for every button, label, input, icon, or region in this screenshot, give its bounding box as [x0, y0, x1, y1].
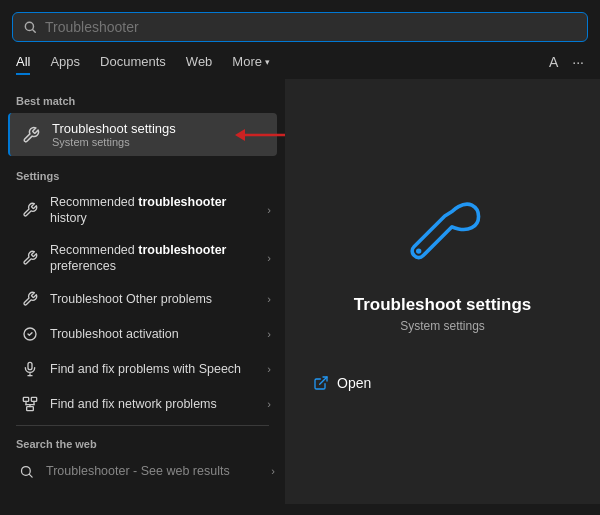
more-options-icon[interactable]: ···	[572, 54, 584, 70]
panel-title: Troubleshoot settings	[354, 295, 532, 315]
settings-section-label: Settings	[0, 162, 285, 186]
web-search-text: Troubleshooter - See web results	[46, 464, 261, 478]
search-icon	[23, 20, 37, 34]
settings-item-speech[interactable]: Find and fix problems with Speech ›	[4, 352, 281, 386]
search-input[interactable]: Troubleshooter	[45, 19, 577, 35]
large-wrench-icon	[398, 189, 488, 279]
open-label: Open	[337, 375, 371, 391]
settings-item-other-problems[interactable]: Troubleshoot Other problems ›	[4, 282, 281, 316]
web-search-label: Search the web	[0, 430, 285, 454]
tab-all[interactable]: All	[16, 50, 30, 73]
wrench-small-icon	[20, 124, 42, 146]
right-panel: Troubleshoot settings System settings Op…	[285, 79, 600, 504]
chevron-icon-6: ›	[267, 398, 271, 410]
chevron-icon-1: ›	[267, 204, 271, 216]
wrench-icon-2	[20, 248, 40, 268]
chevron-icon-4: ›	[267, 328, 271, 340]
settings-item-activation[interactable]: Troubleshoot activation ›	[4, 317, 281, 351]
wrench-icon-3	[20, 289, 40, 309]
search-web-icon	[16, 461, 36, 481]
tab-more[interactable]: More ▾	[232, 50, 270, 73]
settings-item-other-problems-text: Troubleshoot Other problems	[50, 291, 257, 307]
chevron-web-icon: ›	[271, 465, 275, 477]
chevron-down-icon: ▾	[265, 57, 270, 67]
web-search-item[interactable]: Troubleshooter - See web results ›	[0, 454, 285, 488]
svg-rect-5	[28, 362, 32, 369]
svg-line-16	[29, 474, 32, 477]
open-button[interactable]: Open	[305, 371, 379, 395]
best-match-label: Best match	[0, 87, 285, 111]
tab-apps[interactable]: Apps	[50, 50, 80, 73]
chevron-icon-2: ›	[267, 252, 271, 264]
font-size-indicator: A	[549, 54, 558, 70]
settings-item-rec-prefs[interactable]: Recommended troubleshooter preferences ›	[4, 235, 281, 282]
settings-item-rec-prefs-text: Recommended troubleshooter preferences	[50, 242, 257, 275]
tab-web[interactable]: Web	[186, 50, 213, 73]
mic-icon	[20, 359, 40, 379]
settings-item-rec-history-text: Recommended troubleshooter history	[50, 194, 257, 227]
open-link-icon	[313, 375, 329, 391]
tab-documents[interactable]: Documents	[100, 50, 166, 73]
network-icon	[20, 394, 40, 414]
panel-subtitle: System settings	[400, 319, 485, 333]
chevron-icon-5: ›	[267, 363, 271, 375]
circle-check-icon	[20, 324, 40, 344]
nav-tabs: All Apps Documents Web More ▾ A ···	[0, 42, 600, 73]
svg-point-15	[21, 466, 30, 475]
red-arrow-icon	[235, 120, 285, 150]
nav-right: A ···	[549, 54, 584, 70]
settings-item-network-text: Find and fix network problems	[50, 396, 257, 412]
search-bar: Troubleshooter	[12, 12, 588, 42]
svg-line-18	[320, 377, 327, 384]
settings-item-rec-history[interactable]: Recommended troubleshooter history ›	[4, 187, 281, 234]
svg-line-1	[33, 30, 36, 33]
wrench-icon-1	[20, 200, 40, 220]
settings-item-activation-text: Troubleshoot activation	[50, 326, 257, 342]
settings-item-network[interactable]: Find and fix network problems ›	[4, 387, 281, 421]
left-panel: Best match Troubleshoot settings System …	[0, 79, 285, 504]
svg-point-17	[416, 248, 421, 253]
svg-marker-3	[235, 129, 245, 141]
chevron-icon-3: ›	[267, 293, 271, 305]
main-content: Best match Troubleshoot settings System …	[0, 79, 600, 504]
section-divider	[16, 425, 269, 426]
settings-item-speech-text: Find and fix problems with Speech	[50, 361, 257, 377]
